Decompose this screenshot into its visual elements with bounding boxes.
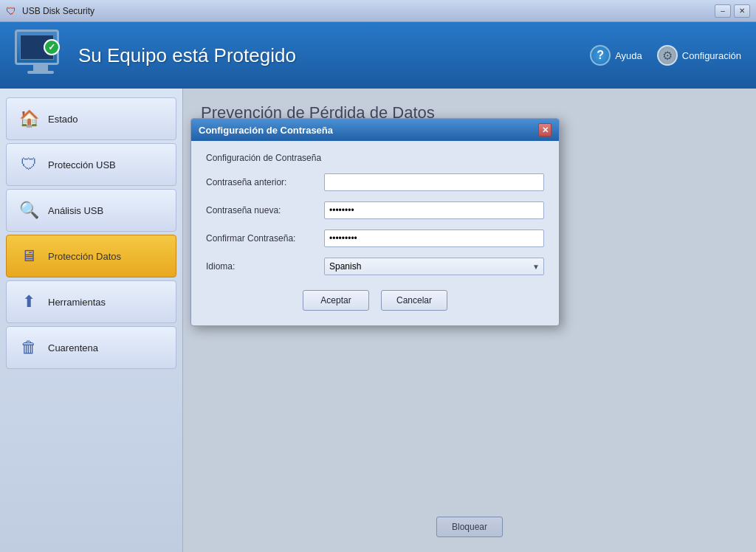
analisis-usb-icon: 🔍 bbox=[17, 199, 41, 222]
help-label: Ayuda bbox=[615, 50, 642, 61]
cancel-button[interactable]: Cancelar bbox=[381, 290, 447, 311]
sidebar-item-analisis-usb[interactable]: 🔍 Análisis USB bbox=[6, 189, 176, 232]
new-password-input[interactable] bbox=[324, 201, 544, 219]
estado-icon: 🏠 bbox=[17, 107, 41, 131]
content-area: Prevención de Pérdida de Datos atos conf… bbox=[183, 89, 756, 552]
header-status-text: Su Equipo está Protegido bbox=[78, 44, 590, 67]
monitor-stand bbox=[33, 65, 48, 71]
help-button[interactable]: ? Ayuda bbox=[590, 45, 642, 66]
header-actions: ? Ayuda ⚙ Configuración bbox=[590, 45, 741, 66]
config-button[interactable]: ⚙ Configuración bbox=[657, 45, 741, 66]
titlebar: 🛡 USB Disk Security – ✕ bbox=[0, 0, 756, 22]
dialog-titlebar: Configuración de Contraseña ✕ bbox=[191, 119, 559, 141]
config-label: Configuración bbox=[682, 50, 741, 61]
sidebar-item-cuarentena[interactable]: 🗑 Cuarentena bbox=[6, 326, 176, 369]
dialog-section-label: Configuración de Contraseña bbox=[206, 153, 544, 163]
language-select-wrapper: Spanish English French German Portuguese… bbox=[324, 258, 544, 275]
confirm-password-input[interactable] bbox=[324, 230, 544, 247]
herramientas-icon: ⬆ bbox=[17, 290, 41, 314]
confirm-password-group: Confirmar Contraseña: bbox=[206, 230, 544, 247]
old-password-input[interactable] bbox=[324, 173, 544, 191]
check-icon: ✓ bbox=[44, 39, 60, 55]
sidebar-item-label-herramientas: Herramientas bbox=[48, 297, 106, 308]
titlebar-left: 🛡 USB Disk Security bbox=[6, 5, 94, 17]
dialog-close-button[interactable]: ✕ bbox=[538, 123, 551, 137]
monitor-base bbox=[27, 71, 54, 74]
language-label: Idioma: bbox=[206, 261, 324, 272]
monitor-body: ✓ bbox=[15, 30, 59, 65]
sidebar-item-label-proteccion-usb: Protección USB bbox=[48, 159, 116, 170]
shield-icon: 🛡 bbox=[6, 5, 18, 17]
sidebar-item-proteccion-usb[interactable]: 🛡 Protección USB bbox=[6, 143, 176, 186]
dialog-body: Configuración de Contraseña Contraseña a… bbox=[191, 141, 559, 325]
help-icon: ? bbox=[590, 45, 611, 66]
dialog-button-row: Aceptar Cancelar bbox=[206, 290, 544, 311]
password-config-dialog: Configuración de Contraseña ✕ Configurac… bbox=[190, 118, 560, 326]
new-password-group: Contraseña nueva: bbox=[206, 201, 544, 219]
old-password-label: Contraseña anterior: bbox=[206, 177, 324, 187]
sidebar-item-estado[interactable]: 🏠 Estado bbox=[6, 97, 176, 140]
old-password-group: Contraseña anterior: bbox=[206, 173, 544, 191]
cuarentena-icon: 🗑 bbox=[17, 336, 41, 359]
accept-button[interactable]: Aceptar bbox=[303, 290, 369, 311]
confirm-password-label: Confirmar Contraseña: bbox=[206, 233, 324, 244]
monitor-icon: ✓ bbox=[15, 30, 66, 81]
proteccion-usb-icon: 🛡 bbox=[17, 153, 41, 176]
minimize-button[interactable]: – bbox=[715, 4, 731, 18]
sidebar-item-label-estado: Estado bbox=[48, 114, 78, 125]
new-password-label: Contraseña nueva: bbox=[206, 205, 324, 215]
sidebar-item-label-proteccion-datos: Protección Datos bbox=[48, 251, 121, 262]
gear-icon: ⚙ bbox=[657, 45, 678, 66]
close-button[interactable]: ✕ bbox=[734, 4, 750, 18]
language-select[interactable]: Spanish English French German Portuguese bbox=[324, 258, 544, 275]
main-layout: 🏠 Estado 🛡 Protección USB 🔍 Análisis USB… bbox=[0, 89, 756, 552]
titlebar-title: USB Disk Security bbox=[22, 6, 94, 16]
sidebar-item-herramientas[interactable]: ⬆ Herramientas bbox=[6, 280, 176, 323]
header: ✓ Su Equipo está Protegido ? Ayuda ⚙ Con… bbox=[0, 22, 756, 89]
sidebar-item-label-cuarentena: Cuarentena bbox=[48, 342, 98, 353]
sidebar-item-proteccion-datos[interactable]: 🖥 Protección Datos bbox=[6, 235, 176, 277]
language-group: Idioma: Spanish English French German Po… bbox=[206, 258, 544, 275]
dialog-title: Configuración de Contraseña bbox=[199, 125, 333, 136]
sidebar: 🏠 Estado 🛡 Protección USB 🔍 Análisis USB… bbox=[0, 89, 183, 552]
titlebar-controls: – ✕ bbox=[715, 4, 750, 18]
sidebar-item-label-analisis-usb: Análisis USB bbox=[48, 205, 103, 216]
proteccion-datos-icon: 🖥 bbox=[17, 244, 41, 268]
